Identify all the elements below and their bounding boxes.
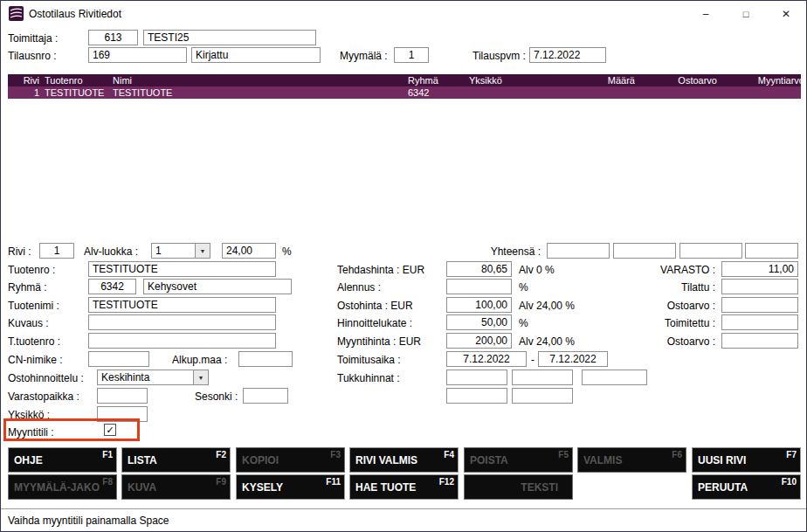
cn-nimike-field[interactable]	[88, 351, 149, 367]
poista-button[interactable]: POISTA F5	[464, 447, 573, 473]
tukkuhinta-field-1[interactable]	[446, 370, 507, 385]
myyntitili-checkbox[interactable]: ✓	[104, 424, 116, 436]
valmis-button[interactable]: VALMIS F6	[577, 447, 686, 473]
cell-rivi: 1	[15, 87, 39, 98]
kuvaus-label: Kuvaus :	[8, 317, 49, 329]
tukkuhinta-field-3[interactable]	[582, 370, 647, 385]
kopioi-button[interactable]: KOPIOI F3	[236, 447, 345, 473]
varastopaikka-field[interactable]	[97, 388, 148, 404]
ostoarvo-field[interactable]	[721, 297, 798, 313]
myyntihinta-label: Myyntihinta : EUR	[337, 335, 421, 348]
button-label: RIVI VALMIS	[355, 455, 417, 466]
fkey-label: F6	[672, 450, 682, 460]
toimitusaika-separator: -	[531, 354, 535, 366]
col-maara: Määrä	[565, 75, 635, 86]
kuva-button[interactable]: KUVA F9	[121, 474, 231, 500]
tehdashinta-field[interactable]	[446, 261, 512, 277]
alv-luokka-value: 1	[152, 244, 195, 258]
status-bar: Vaihda myyntitili painamalla Space	[1, 508, 806, 531]
yhteensa-field-4[interactable]	[745, 243, 798, 259]
alv-prosentti-field[interactable]	[222, 243, 276, 259]
window: Ostotilaus Rivitiedot – □ ✕ Toimittaja :…	[0, 0, 807, 532]
toimitusaika-label: Toimitusaika :	[337, 354, 401, 366]
tukkuhinta-field-4[interactable]	[446, 388, 507, 404]
fkey-label: F2	[216, 450, 226, 460]
tilattu-label: Tilattu :	[630, 281, 715, 294]
varasto-field[interactable]	[721, 261, 798, 277]
ostoarvo2-field[interactable]	[721, 333, 798, 349]
yksikko-field[interactable]	[97, 406, 148, 422]
myyntitili-label: Myyntitili :	[8, 426, 54, 439]
t-tuotenro-field[interactable]	[88, 333, 276, 349]
table-row-selected[interactable]: 1 TESTITUOTE TESTITUOTE 6342	[8, 86, 801, 99]
button-label: HAE TUOTE	[355, 482, 416, 493]
kuvaus-field[interactable]	[88, 314, 276, 330]
close-button[interactable]: ✕	[766, 1, 806, 26]
rivi-valmis-button[interactable]: RIVI VALMIS F4	[349, 447, 459, 473]
tukkuhinta-field-5[interactable]	[512, 388, 573, 404]
cell-ryhma: 6342	[408, 87, 462, 98]
alkup-maa-field[interactable]	[238, 351, 293, 367]
col-tuotenro: Tuotenro	[45, 75, 107, 86]
alkup-maa-label: Alkup.maa :	[172, 354, 227, 366]
cell-nimi: TESTITUOTE	[113, 87, 401, 98]
tehdashinta-label: Tehdashinta : EUR	[337, 264, 424, 276]
alv-luokka-select[interactable]: 1 ▼	[151, 243, 210, 259]
button-label: OHJE	[14, 455, 43, 466]
myymala-jako-button[interactable]: MYYMÄLÄ-JAKO F8	[8, 474, 117, 500]
ryhma-name-field[interactable]	[143, 279, 292, 294]
rivi-field[interactable]	[39, 243, 74, 259]
alennus-field[interactable]	[446, 279, 512, 294]
myyntihinta-field[interactable]	[446, 333, 512, 349]
tila-field[interactable]	[191, 47, 321, 63]
col-yksikko: Yksikkö	[469, 75, 525, 86]
button-label: MYYMÄLÄ-JAKO	[14, 482, 100, 493]
tilausnro-field[interactable]	[88, 47, 187, 63]
toimitusaika-start-field[interactable]	[446, 351, 527, 367]
fkey-label: F11	[326, 477, 341, 487]
fkey-label: F3	[330, 450, 341, 460]
yhteensa-field-1[interactable]	[547, 243, 610, 259]
hinnoittelukate-field[interactable]	[446, 314, 512, 330]
yhteensa-label: Yhteensä :	[481, 245, 541, 258]
tuotenimi-field[interactable]	[88, 297, 276, 313]
uusi-rivi-button[interactable]: UUSI RIVI F7	[692, 447, 801, 473]
tilausnro-label: Tilausnro :	[8, 50, 57, 62]
button-label: TEKSTI	[521, 482, 558, 493]
app-logo-icon	[9, 6, 24, 21]
minimize-button[interactable]: –	[686, 1, 726, 26]
ostohinta-field[interactable]	[446, 297, 512, 313]
teksti-button[interactable]: TEKSTI	[464, 474, 573, 500]
yhteensa-field-3[interactable]	[679, 243, 742, 259]
maximize-button[interactable]: □	[726, 1, 766, 26]
kysely-button[interactable]: KYSELY F11	[236, 474, 345, 500]
fkey-label: F1	[102, 450, 113, 460]
button-label: VALMIS	[583, 455, 622, 466]
hae-tuote-button[interactable]: HAE TUOTE F12	[349, 474, 459, 500]
toimitusaika-end-field[interactable]	[538, 351, 608, 367]
fkey-label: F10	[782, 477, 797, 487]
chevron-down-icon: ▼	[195, 244, 210, 258]
tilattu-field[interactable]	[721, 279, 798, 294]
tuotenro-field[interactable]	[88, 261, 276, 277]
sesonki-field[interactable]	[243, 388, 288, 404]
ostoarvo-label: Ostoarvo :	[630, 300, 715, 312]
ohje-button[interactable]: OHJE F1	[8, 447, 117, 473]
col-myyntiarvo: Myyntiarvo	[724, 75, 804, 86]
lista-button[interactable]: LISTA F2	[121, 447, 231, 473]
yhteensa-field-2[interactable]	[613, 243, 676, 259]
ostohinta-label: Ostohinta : EUR	[337, 300, 413, 312]
myymala-field[interactable]	[394, 47, 429, 63]
col-rivi: Rivi	[15, 75, 39, 86]
peruuta-button[interactable]: PERUUTA F10	[692, 474, 801, 500]
tehdashinta-alv-label: Alv 0 %	[519, 264, 555, 276]
ostoarvo2-label: Ostoarvo :	[630, 335, 715, 348]
toimittaja-name-field[interactable]	[143, 30, 316, 45]
tilauspvm-field[interactable]	[529, 47, 606, 63]
ostohinnoittelu-select[interactable]: Keskihinta ▼	[97, 370, 209, 385]
toimitettu-field[interactable]	[721, 314, 798, 330]
t-tuotenro-label: T.tuotenro :	[8, 335, 60, 348]
tukkuhinta-field-2[interactable]	[512, 370, 573, 385]
toimittaja-code-field[interactable]	[88, 30, 138, 45]
ryhma-code-field[interactable]	[88, 279, 136, 294]
